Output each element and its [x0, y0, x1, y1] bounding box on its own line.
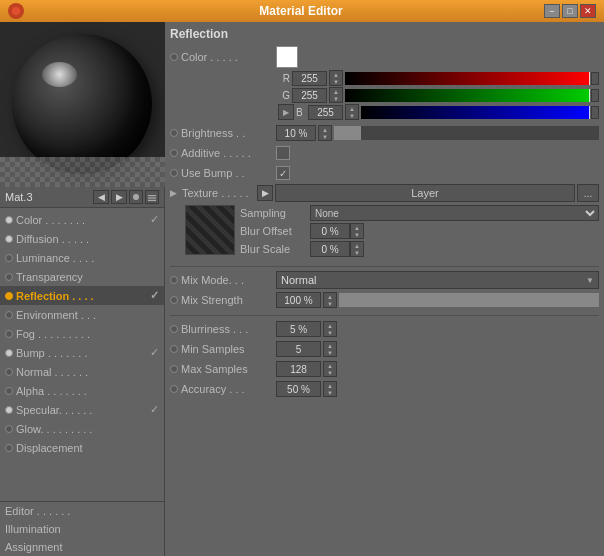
nav-icon[interactable]: [129, 190, 143, 204]
mix-mode-value: Normal: [281, 274, 316, 286]
mix-mode-select[interactable]: Normal ▼: [276, 271, 599, 289]
nav-left-button[interactable]: ◀: [93, 190, 109, 204]
r-input[interactable]: [292, 71, 327, 86]
channel-item-transparency[interactable]: Transparency: [0, 267, 164, 286]
additive-checkbox[interactable]: [276, 146, 290, 160]
right-panel: Reflection Color . . . . . R ▲▼ G: [165, 22, 604, 556]
brightness-fill: [334, 126, 361, 140]
blurriness-controls: ▲▼: [276, 321, 599, 337]
channel-item-diffusion[interactable]: Diffusion . . . . .: [0, 229, 164, 248]
channel-item-bump[interactable]: Bump . . . . . . . ✓: [0, 343, 164, 362]
b-spinner[interactable]: ▲▼: [345, 104, 359, 120]
blurriness-input[interactable]: [276, 321, 321, 337]
g-input[interactable]: [292, 88, 327, 103]
b-input[interactable]: [308, 105, 343, 120]
texture-dots-button[interactable]: ...: [577, 184, 599, 202]
channel-check-bump: ✓: [150, 346, 159, 359]
accuracy-input[interactable]: [276, 381, 321, 397]
brightness-spinner[interactable]: ▲▼: [318, 125, 332, 141]
use-bump-dot: [170, 169, 178, 177]
bottom-item-assignment[interactable]: Assignment: [0, 538, 164, 556]
channel-dot-reflection: [5, 292, 13, 300]
channel-item-color[interactable]: Color . . . . . . . ✓: [0, 210, 164, 229]
channel-label-fog: Fog . . . . . . . . .: [16, 328, 159, 340]
channel-label-normal: Normal . . . . . .: [16, 366, 159, 378]
maximize-button[interactable]: □: [562, 4, 578, 18]
min-samples-controls: ▲▼: [276, 341, 599, 357]
channel-label-bump: Bump . . . . . . .: [16, 347, 150, 359]
min-samples-dot: [170, 345, 178, 353]
preview-sphere: [12, 34, 152, 174]
brightness-dot: [170, 129, 178, 137]
mix-mode-arrow: ▼: [586, 276, 594, 285]
nav-options-icon[interactable]: [145, 190, 159, 204]
min-samples-input[interactable]: [276, 341, 321, 357]
svg-rect-4: [148, 200, 156, 201]
layer-button[interactable]: Layer: [275, 184, 575, 202]
accuracy-spinner[interactable]: ▲▼: [323, 381, 337, 397]
mix-strength-dot: [170, 296, 178, 304]
additive-dot: [170, 149, 178, 157]
max-samples-spinner[interactable]: ▲▼: [323, 361, 337, 377]
brightness-slider[interactable]: [334, 126, 599, 140]
blurriness-spinner[interactable]: ▲▼: [323, 321, 337, 337]
max-samples-input[interactable]: [276, 361, 321, 377]
channel-list: Color . . . . . . . ✓ Diffusion . . . . …: [0, 208, 164, 501]
channel-check-color: ✓: [150, 213, 159, 226]
blur-scale-spinner[interactable]: ▲▼: [350, 241, 364, 257]
blur-scale-row: Blur Scale ▲▼: [240, 241, 599, 257]
svg-point-1: [133, 194, 139, 200]
mix-strength-spinner[interactable]: ▲▼: [323, 292, 337, 308]
editor-label: Editor . . . . . .: [5, 505, 70, 517]
channel-dot-fog: [5, 330, 13, 338]
channel-label-alpha: Alpha . . . . . . .: [16, 385, 159, 397]
channel-item-fog[interactable]: Fog . . . . . . . . .: [0, 324, 164, 343]
blur-offset-spinner[interactable]: ▲▼: [350, 223, 364, 239]
blur-offset-row: Blur Offset ▲▼: [240, 223, 599, 239]
use-bump-label: Use Bump . .: [181, 167, 276, 179]
minimize-button[interactable]: −: [544, 4, 560, 18]
g-spinner[interactable]: ▲▼: [329, 87, 343, 103]
svg-rect-2: [148, 195, 156, 196]
close-button[interactable]: ✕: [580, 4, 596, 18]
section-title: Reflection: [170, 27, 599, 41]
bottom-items: Editor . . . . . . Illumination Assignme…: [0, 501, 164, 556]
channel-item-environment[interactable]: Environment . . .: [0, 305, 164, 324]
use-bump-checkbox[interactable]: ✓: [276, 166, 290, 180]
channel-dot-transparency: [5, 273, 13, 281]
channel-check-reflection: ✓: [150, 289, 159, 302]
texture-play-button[interactable]: ▶: [257, 185, 273, 201]
channel-item-reflection[interactable]: Reflection . . . . ✓: [0, 286, 164, 305]
channel-label-specular: Specular. . . . . .: [16, 404, 150, 416]
r-spinner[interactable]: ▲▼: [329, 70, 343, 86]
channel-item-alpha[interactable]: Alpha . . . . . . .: [0, 381, 164, 400]
channel-item-specular[interactable]: Specular. . . . . . ✓: [0, 400, 164, 419]
blur-scale-input[interactable]: [310, 241, 350, 257]
nav-right-button[interactable]: ▶: [111, 190, 127, 204]
mat-name: Mat.3: [5, 191, 33, 203]
channel-item-glow[interactable]: Glow. . . . . . . . .: [0, 419, 164, 438]
accuracy-dot: [170, 385, 178, 393]
texture-thumbnail[interactable]: [185, 205, 235, 255]
mix-strength-input[interactable]: [276, 292, 321, 308]
brightness-input[interactable]: [276, 125, 316, 141]
channel-label-displacement: Displacement: [16, 442, 159, 454]
channel-item-normal[interactable]: Normal . . . . . .: [0, 362, 164, 381]
color-swatch[interactable]: [276, 46, 298, 68]
channel-dot-luminance: [5, 254, 13, 262]
bottom-item-illumination[interactable]: Illumination: [0, 520, 164, 538]
texture-label: Texture . . . . .: [182, 187, 257, 199]
bottom-item-editor[interactable]: Editor . . . . . .: [0, 502, 164, 520]
mix-mode-label: Mix Mode. . .: [181, 274, 276, 286]
channel-check-specular: ✓: [150, 403, 159, 416]
preview-highlight: [42, 62, 77, 87]
min-samples-spinner[interactable]: ▲▼: [323, 341, 337, 357]
channel-item-displacement[interactable]: Displacement: [0, 438, 164, 457]
channel-label-environment: Environment . . .: [16, 309, 159, 321]
separator-1: [170, 266, 599, 267]
channel-item-luminance[interactable]: Luminance . . . .: [0, 248, 164, 267]
mix-strength-controls: ▲▼: [276, 292, 599, 308]
blur-offset-input[interactable]: [310, 223, 350, 239]
sampling-select[interactable]: None: [310, 205, 599, 221]
r-label: R: [278, 73, 290, 84]
